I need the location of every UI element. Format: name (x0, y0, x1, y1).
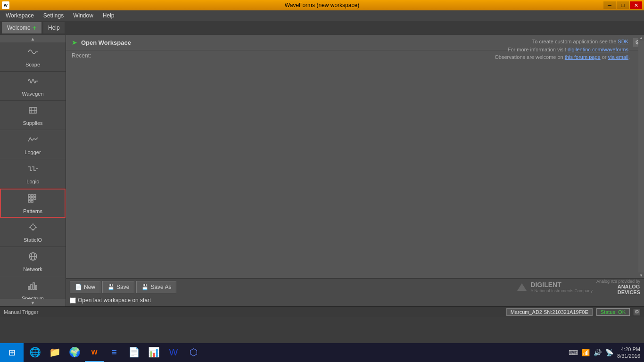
svg-rect-11 (28, 200, 30, 202)
sidebar-item-supplies[interactable]: Supplies (0, 101, 66, 130)
analog-top: Analog ICs provided by (596, 279, 640, 284)
sidebar-item-staticio-label: StaticIO (24, 237, 42, 243)
tab-bar: Welcome + Help (0, 21, 644, 35)
window-controls: ─ □ ✕ (603, 1, 642, 9)
taskbar-app2[interactable]: 📄 (124, 343, 143, 362)
info-line2: For more information visit digilentinc.c… (495, 46, 630, 54)
sidebar-item-wavegen-label: Wavegen (22, 91, 43, 97)
tab-welcome[interactable]: Welcome + (2, 22, 41, 33)
logic-icon (27, 163, 39, 177)
taskbar-right: ⌨ 📶 🔊 📡 4:20 PM 8/31/2016 (565, 346, 644, 360)
taskbar: ⊞ 🌐 📁 🌍 W ≡ 📄 📊 W ⬡ ⌨ 📶 🔊 📡 4:20 PM 8/31… (0, 343, 644, 362)
taskbar-app1[interactable]: ≡ (105, 343, 124, 362)
menu-bar: Workspace Settings Window Help (0, 10, 644, 21)
scroll-thumb[interactable] (638, 41, 644, 272)
open-last-checkbox[interactable] (70, 297, 76, 304)
sidebar-item-scope-label: Scope (25, 62, 40, 67)
taskbar-bt[interactable]: ⬡ (184, 343, 203, 362)
content-area: To create custom application see the SDK… (66, 35, 644, 306)
sidebar-item-logic[interactable]: Logic (0, 159, 66, 189)
sidebar-item-staticio[interactable]: StaticIO (0, 218, 66, 247)
volume-icon[interactable]: 🔊 (594, 349, 602, 356)
sidebar-item-logger[interactable]: Logger (0, 130, 66, 159)
content-scrollbar: ▲ ▼ (638, 35, 644, 278)
save-icon: 💾 (107, 284, 115, 290)
new-icon: 📄 (75, 284, 82, 290)
menu-help[interactable]: Help (99, 11, 118, 20)
waveforms-link[interactable]: digilentinc.com/waveforms (568, 47, 628, 52)
sdk-link[interactable]: SDK (618, 39, 628, 44)
svg-rect-24 (35, 286, 37, 289)
patterns-icon (27, 193, 39, 206)
svg-rect-22 (31, 285, 32, 289)
open-last-label: Open last workspace on start (78, 297, 151, 304)
taskbar-word[interactable]: W (164, 343, 183, 362)
sidebar-item-patterns[interactable]: Patterns (0, 189, 66, 218)
svg-point-13 (31, 225, 35, 230)
start-icon: ⊞ (8, 347, 16, 358)
digilent-sub: A National Instruments Company (530, 288, 593, 293)
tab-help[interactable]: Help (43, 22, 65, 33)
info-line3: Observations are welcome on this forum p… (495, 53, 630, 61)
window-title: WaveForms (new workspace) (285, 2, 359, 8)
tab-plus-icon[interactable]: + (33, 24, 36, 32)
taskbar-waveforms[interactable]: W (85, 343, 104, 362)
wavegen-icon (27, 75, 39, 89)
taskbar-apps: 🌐 📁 🌍 W ≡ 📄 📊 W ⬡ (24, 343, 205, 362)
network-tray-icon[interactable]: 📶 (582, 349, 590, 356)
status-right: Marcum_AD2 SN:210321A19F0E Status: OK ⚙ (506, 308, 640, 316)
status-bar: Manual Trigger Marcum_AD2 SN:210321A19F0… (0, 306, 644, 317)
svg-rect-8 (28, 197, 30, 199)
taskbar-chrome[interactable]: 🌍 (65, 343, 84, 362)
tab-welcome-label: Welcome (7, 25, 31, 31)
save-as-icon: 💾 (141, 284, 149, 290)
scope-icon (27, 46, 39, 60)
scroll-down-arrow[interactable]: ▼ (638, 272, 644, 278)
minimize-button[interactable]: ─ (603, 1, 616, 9)
save-button[interactable]: 💾 Save (102, 281, 134, 293)
sidebar-item-logic-label: Logic (26, 179, 39, 184)
content-bottom: 📄 New 💾 Save 💾 Save As (66, 278, 644, 306)
status-trigger[interactable]: Manual Trigger (4, 309, 38, 315)
recent-label: Recent: (72, 52, 91, 59)
new-button[interactable]: 📄 New (70, 281, 100, 293)
start-button[interactable]: ⊞ (0, 343, 24, 362)
forum-link[interactable]: this forum page (565, 54, 601, 60)
open-workspace-title: Open Workspace (81, 39, 131, 46)
sidebar-item-network-label: Network (23, 266, 42, 272)
svg-rect-21 (28, 287, 30, 289)
signal-icon[interactable]: 📡 (605, 349, 613, 356)
save-as-button[interactable]: 💾 Save As (136, 281, 176, 293)
menu-workspace[interactable]: Workspace (2, 11, 38, 20)
supplies-icon (27, 105, 39, 118)
clock-date: 8/31/2016 (617, 353, 640, 359)
sidebar-item-spectrum[interactable]: Spectrum (0, 276, 66, 299)
taskbar-explorer[interactable]: 📁 (45, 343, 64, 362)
sidebar-scroll-up[interactable]: ▲ (0, 35, 66, 42)
info-panel: To create custom application see the SDK… (495, 38, 630, 61)
sidebar-item-logger-label: Logger (25, 149, 41, 155)
sidebar-item-supplies-label: Supplies (23, 120, 42, 126)
menu-window[interactable]: Window (69, 11, 97, 20)
staticio-icon (27, 222, 39, 235)
close-button[interactable]: ✕ (630, 1, 642, 9)
scroll-up-arrow[interactable]: ▲ (638, 35, 644, 41)
maximize-button[interactable]: □ (617, 1, 629, 9)
logger-icon (27, 134, 39, 148)
sidebar-item-scope[interactable]: Scope (0, 42, 66, 72)
menu-settings[interactable]: Settings (40, 11, 67, 20)
sidebar-item-wavegen[interactable]: Wavegen (0, 72, 66, 101)
svg-rect-6 (31, 195, 33, 197)
open-last-row: Open last workspace on start (66, 296, 644, 305)
title-bar: W WaveForms (new workspace) ─ □ ✕ (0, 0, 644, 10)
sidebar-scroll-down[interactable]: ▼ (0, 299, 66, 306)
clock-time: 4:20 PM (617, 346, 640, 353)
svg-rect-7 (34, 195, 36, 197)
email-link[interactable]: via email (608, 54, 628, 60)
sidebar-item-network[interactable]: Network (0, 247, 66, 276)
keyboard-icon[interactable]: ⌨ (569, 349, 578, 356)
taskbar-ie[interactable]: 🌐 (25, 343, 44, 362)
status-settings-icon[interactable]: ⚙ (634, 309, 640, 315)
analog-devices-logo: Analog ICs provided by ANALOGDEVICES (596, 279, 640, 295)
taskbar-excel[interactable]: 📊 (144, 343, 163, 362)
